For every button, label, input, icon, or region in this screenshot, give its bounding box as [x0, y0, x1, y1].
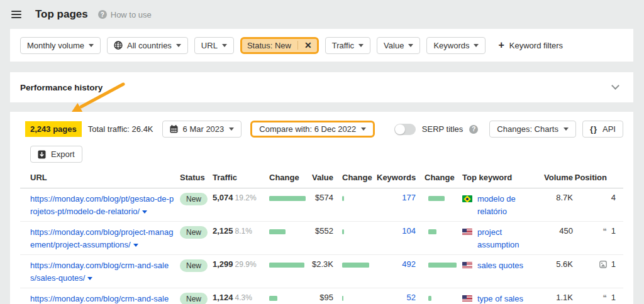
- keywords-count-link[interactable]: 104: [402, 226, 416, 236]
- date-picker-button[interactable]: 6 Mar 2023: [162, 121, 242, 138]
- volume-cell: 450: [539, 226, 573, 236]
- position-cell: ❝ 1: [573, 293, 617, 303]
- table-row: https://monday.com/blog/crm-and-sales/ty…: [20, 288, 623, 304]
- traffic-filter-label: Traffic: [332, 41, 354, 50]
- how-to-use-link[interactable]: ? How to use: [98, 10, 152, 19]
- page-url-link[interactable]: https://monday.com/blog/crm-and-sales/sa…: [30, 261, 169, 283]
- value-filter-label: Value: [384, 41, 404, 50]
- page-title: Top pages: [35, 8, 88, 21]
- plus-icon: +: [498, 40, 504, 50]
- status-cell: New: [180, 226, 213, 239]
- status-filter-label: Status: New: [247, 41, 297, 50]
- api-button[interactable]: {} API: [582, 121, 623, 138]
- value-change-bar: [342, 196, 344, 201]
- keywords-count-link[interactable]: 177: [402, 193, 416, 202]
- keywords-change-cell: [416, 293, 462, 301]
- traffic-filter[interactable]: Traffic: [325, 37, 370, 54]
- top-keyword-link[interactable]: type of sales: [477, 293, 523, 304]
- close-icon[interactable]: ✕: [304, 41, 312, 50]
- url-filter-label: URL: [201, 41, 218, 50]
- col-status[interactable]: Status: [180, 173, 213, 182]
- status-badge: New: [180, 226, 208, 239]
- keywords-filter-label: Keywords: [433, 41, 469, 50]
- top-keyword-link[interactable]: modelo de relatório: [477, 193, 537, 217]
- page-url-text: https://monday.com/blog/pt/gestao-de-pro…: [30, 194, 174, 216]
- value-filter[interactable]: Value: [377, 37, 420, 54]
- keywords-count-link[interactable]: 492: [402, 259, 416, 269]
- how-to-use-label: How to use: [111, 10, 152, 19]
- export-label: Export: [51, 149, 75, 159]
- col-value-change[interactable]: Change: [333, 173, 377, 182]
- pages-count-highlight: 2,243 pages: [25, 121, 82, 137]
- menu-icon[interactable]: [11, 9, 21, 20]
- monthly-volume-filter[interactable]: Monthly volume: [20, 37, 101, 54]
- col-traffic-change[interactable]: Change: [269, 173, 312, 182]
- chevron-down-icon[interactable]: [142, 210, 147, 214]
- page-url-link[interactable]: https://monday.com/blog/pt/gestao-de-pro…: [30, 194, 174, 216]
- col-volume[interactable]: Volume: [539, 173, 573, 182]
- traffic-value: 5,074: [213, 193, 233, 202]
- col-url[interactable]: URL: [30, 173, 180, 182]
- value-amount: $552: [315, 226, 333, 236]
- value-change-bar: [342, 296, 343, 301]
- api-label: API: [602, 124, 616, 134]
- status-badge: New: [180, 293, 208, 304]
- top-keyword-cell: project assumption: [462, 226, 539, 251]
- value-change-cell: [333, 193, 377, 201]
- top-keyword-link[interactable]: sales quotes: [477, 259, 523, 272]
- col-top-keyword[interactable]: Top keyword: [462, 173, 539, 182]
- table-row: https://monday.com/blog/project-manageme…: [20, 222, 623, 255]
- col-keywords-change[interactable]: Change: [416, 173, 462, 182]
- chevron-down-icon: [358, 44, 364, 47]
- col-keywords[interactable]: Keywords: [377, 173, 416, 182]
- export-button[interactable]: Export: [30, 146, 82, 163]
- traffic-change-bar: [269, 229, 286, 234]
- serp-titles-toggle[interactable]: [394, 124, 416, 135]
- value-change-bar: [342, 229, 344, 234]
- performance-history-panel[interactable]: Performance history: [10, 72, 633, 102]
- question-icon[interactable]: ?: [469, 125, 478, 134]
- traffic-change-bar: [269, 263, 304, 268]
- volume-cell: 1.1K: [539, 293, 573, 302]
- value-change-cell: [333, 226, 377, 234]
- value-cell: $2.3K: [312, 259, 333, 269]
- top-keyword-cell: sales quotes: [462, 259, 539, 272]
- serp-titles-label: SERP titles: [422, 124, 464, 134]
- value-amount: $95: [319, 293, 333, 302]
- quote-icon: ❝: [602, 226, 606, 237]
- col-value[interactable]: Value: [312, 173, 333, 182]
- question-icon: ?: [98, 10, 107, 19]
- keywords-filter[interactable]: Keywords: [426, 37, 486, 54]
- chevron-down-icon: [408, 44, 413, 47]
- compare-with-button[interactable]: Compare with: 6 Dec 2022: [250, 121, 375, 138]
- url-filter[interactable]: URL: [194, 37, 234, 54]
- all-countries-filter[interactable]: All countries: [107, 37, 188, 54]
- col-position[interactable]: Position: [573, 173, 617, 182]
- keywords-change-bar: [428, 263, 457, 268]
- chevron-down-icon[interactable]: [611, 82, 619, 90]
- chevron-down-icon[interactable]: [87, 277, 92, 280]
- keywords-cell: 52: [377, 293, 416, 302]
- status-new-filter[interactable]: Status: New ✕: [240, 37, 319, 54]
- keywords-count-link[interactable]: 52: [407, 293, 416, 302]
- keywords-change-cell: [416, 259, 462, 268]
- chevron-down-icon: [229, 128, 234, 131]
- top-keyword-link[interactable]: project assumption: [477, 226, 537, 251]
- keyword-filters-button[interactable]: + Keyword filters: [498, 40, 563, 50]
- traffic-change-cell: [269, 226, 312, 234]
- page-url-link[interactable]: https://monday.com/blog/project-manageme…: [30, 227, 173, 249]
- traffic-cell: 1,1244.3%: [213, 293, 269, 302]
- chevron-down-icon[interactable]: [133, 244, 138, 247]
- country-flag: [462, 195, 472, 202]
- country-flag: [462, 295, 472, 302]
- position-cell: ❝ 1: [573, 259, 617, 269]
- col-traffic[interactable]: Traffic: [213, 173, 269, 182]
- status-cell: New: [180, 293, 213, 304]
- keyword-filters-label: Keyword filters: [509, 41, 563, 50]
- chevron-down-icon: [361, 128, 366, 131]
- page-url-link[interactable]: https://monday.com/blog/crm-and-sales/ty…: [30, 294, 169, 304]
- table-body: https://monday.com/blog/pt/gestao-de-pro…: [20, 188, 623, 304]
- calendar-icon: [170, 125, 178, 133]
- volume-value: 5.6K: [556, 259, 573, 269]
- changes-charts-button[interactable]: Changes: Charts: [489, 121, 576, 138]
